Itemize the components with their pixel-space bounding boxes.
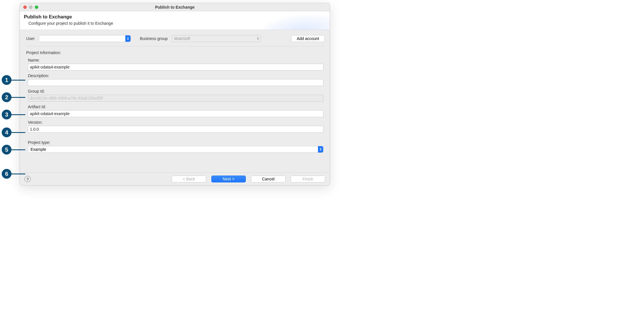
footer-bar: ? < Back Next > Cancel Finish <box>20 172 330 185</box>
group-id-label: Group Id: <box>28 89 323 94</box>
next-button[interactable]: Next > <box>211 176 246 182</box>
description-field: Description: <box>28 73 323 86</box>
header-panel: Publish to Exchange Configure your proje… <box>20 11 330 30</box>
titlebar: Publish to Exchange <box>20 3 330 11</box>
callout-3: 3 <box>2 110 12 119</box>
callout-line <box>12 80 25 81</box>
name-field: Name: <box>28 58 323 71</box>
chevron-updown-icon <box>318 146 323 153</box>
callout-6: 6 <box>2 169 12 179</box>
business-group-select: MuleSoft <box>172 35 261 42</box>
artifact-id-field: Artifact Id: <box>28 104 323 117</box>
callout-line <box>12 174 25 174</box>
version-field: Version: <box>28 120 323 133</box>
version-input[interactable] <box>28 126 323 133</box>
callout-2: 2 <box>2 92 12 102</box>
callout-4: 4 <box>2 127 12 137</box>
chevron-updown-icon <box>125 35 131 42</box>
project-type-select[interactable]: Example <box>28 146 323 153</box>
artifact-id-input[interactable] <box>28 110 323 117</box>
callout-line <box>12 114 25 115</box>
project-type-label: Project type: <box>28 140 323 145</box>
project-type-value: Example <box>30 147 46 152</box>
business-group-value: MuleSoft <box>174 36 190 41</box>
name-input[interactable] <box>28 64 323 71</box>
business-group-label: Business group <box>140 36 168 41</box>
publish-to-exchange-dialog: Publish to Exchange Publish to Exchange … <box>20 3 330 186</box>
window-title: Publish to Exchange <box>20 5 330 9</box>
description-label: Description: <box>28 73 323 78</box>
group-id-input <box>28 95 323 102</box>
project-type-field: Project type: Example <box>28 140 323 153</box>
cancel-button[interactable]: Cancel <box>251 176 285 182</box>
callout-line <box>12 132 25 133</box>
user-label: User <box>26 36 35 41</box>
callout-line <box>12 97 25 98</box>
chevron-updown-icon <box>255 35 260 42</box>
finish-button: Finish <box>291 176 325 182</box>
help-icon[interactable]: ? <box>24 176 31 182</box>
footer-buttons: < Back Next > Cancel Finish <box>172 176 325 182</box>
callout-1: 1 <box>2 75 12 85</box>
name-label: Name: <box>28 58 323 62</box>
callout-line <box>12 149 25 150</box>
group-id-field: Group Id: <box>28 89 323 102</box>
header-decoration <box>264 11 330 30</box>
content-panel: User Business group MuleSoft Add account <box>20 30 330 155</box>
project-info-label: Project Information: <box>26 50 325 55</box>
add-account-button[interactable]: Add account <box>291 35 325 42</box>
user-select[interactable] <box>39 35 131 42</box>
callout-5: 5 <box>2 145 12 155</box>
artifact-id-label: Artifact Id: <box>28 104 323 109</box>
version-label: Version: <box>28 120 323 125</box>
description-input[interactable] <box>28 79 323 86</box>
account-row: User Business group MuleSoft Add account <box>25 35 325 46</box>
back-button: < Back <box>172 176 206 182</box>
